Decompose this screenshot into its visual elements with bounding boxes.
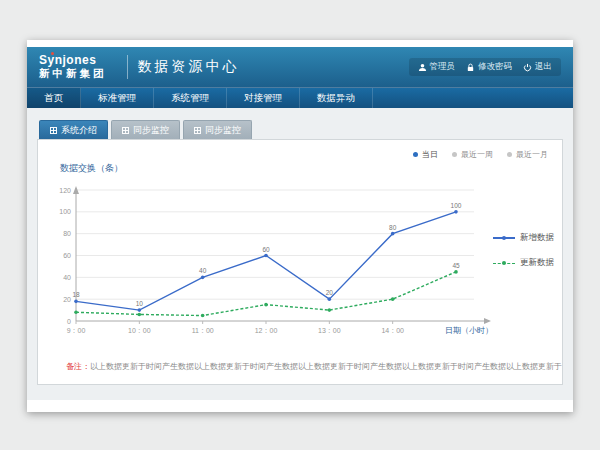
header-actions: 管理员 修改密码 退出: [409, 58, 562, 76]
series-name: 新增数据: [520, 232, 554, 244]
nav-item-standard-management[interactable]: 标准管理: [81, 88, 154, 108]
filter-today[interactable]: 当日: [413, 149, 438, 160]
lock-icon: [466, 63, 475, 72]
tab-label: 系统介绍: [61, 124, 97, 137]
filter-last-month[interactable]: 最近一月: [507, 149, 548, 160]
svg-text:100: 100: [59, 208, 71, 215]
admin-user-button[interactable]: 管理员: [418, 61, 456, 73]
footnote: 备注：以上数据更新于时间产生数据以上数据更新于时间产生数据以上数据更新于时间产生…: [66, 361, 562, 372]
time-range-filters: 当日 最近一周 最近一月: [413, 149, 548, 160]
footnote-text: 以上数据更新于时间产生数据以上数据更新于时间产生数据以上数据更新于时间产生数据以…: [90, 362, 562, 371]
logo-text: Synjones: [39, 54, 107, 67]
svg-text:0: 0: [67, 318, 71, 325]
svg-text:10：00: 10：00: [128, 327, 151, 334]
nav-item-label: 数据异动: [317, 92, 355, 105]
tab-label: 同步监控: [205, 124, 241, 137]
nav-item-connection-management[interactable]: 对接管理: [227, 88, 300, 108]
y-axis-title: 数据交换（条）: [60, 162, 123, 175]
nav-item-label: 对接管理: [244, 92, 282, 105]
change-password-button[interactable]: 修改密码: [466, 61, 512, 73]
filter-label: 最近一周: [461, 149, 493, 160]
power-icon: [523, 63, 532, 72]
svg-text:10: 10: [136, 300, 144, 307]
svg-text:45: 45: [452, 262, 460, 269]
app-window: Synjones 新中新集团 数据资源中心 管理员 修改密码 退出 首页 标准管…: [27, 40, 573, 412]
content-area: 系统介绍 同步监控 同步监控 当日 最近一周: [27, 108, 573, 400]
svg-text:40: 40: [63, 274, 71, 281]
chart-panel: 当日 最近一周 最近一月 数据交换（条） 0204060801001209：00…: [37, 139, 563, 385]
svg-text:20: 20: [326, 289, 334, 296]
dashed-line-swatch: [493, 263, 515, 264]
admin-user-label: 管理员: [430, 61, 456, 73]
svg-text:100: 100: [451, 202, 462, 209]
logout-label: 退出: [535, 61, 552, 73]
footnote-label: 备注：: [66, 362, 90, 371]
series-legend: 新增数据 更新数据: [493, 232, 554, 282]
filter-last-week[interactable]: 最近一周: [452, 149, 493, 160]
svg-text:11：00: 11：00: [192, 327, 214, 334]
nav-item-system-management[interactable]: 系统管理: [154, 88, 227, 108]
series-name: 更新数据: [520, 257, 554, 269]
legend-dot: [452, 152, 457, 157]
legend-dot: [413, 152, 418, 157]
logout-button[interactable]: 退出: [523, 61, 552, 73]
app-header: Synjones 新中新集团 数据资源中心 管理员 修改密码 退出: [27, 47, 573, 87]
logo-red-dot: [51, 52, 54, 55]
tab-system-intro[interactable]: 系统介绍: [39, 120, 108, 139]
nav-item-home[interactable]: 首页: [27, 88, 81, 108]
svg-text:80: 80: [389, 224, 397, 231]
svg-text:60: 60: [262, 246, 270, 253]
line-chart: 0204060801001209：0010：0011：0012：0013：001…: [46, 178, 496, 343]
solid-line-swatch: [493, 237, 515, 239]
change-password-label: 修改密码: [478, 61, 512, 73]
company-logo: Synjones 新中新集团: [39, 54, 107, 80]
tab-bar: 系统介绍 同步监控 同步监控: [39, 120, 563, 139]
legend-item-new-data[interactable]: 新增数据: [493, 232, 554, 244]
nav-item-label: 标准管理: [98, 92, 136, 105]
tab-sync-monitor-2[interactable]: 同步监控: [183, 120, 252, 139]
logo-subtext: 新中新集团: [39, 67, 107, 80]
user-icon: [418, 63, 427, 72]
tab-sync-monitor-1[interactable]: 同步监控: [111, 120, 180, 139]
header-divider: [127, 55, 128, 79]
svg-text:120: 120: [59, 187, 71, 194]
app-title: 数据资源中心: [138, 58, 240, 76]
main-nav: 首页 标准管理 系统管理 对接管理 数据异动: [27, 87, 573, 108]
svg-text:14：00: 14：00: [381, 327, 404, 334]
filter-label: 最近一月: [516, 149, 548, 160]
nav-item-data-change[interactable]: 数据异动: [300, 88, 373, 108]
svg-text:18: 18: [72, 291, 80, 298]
grid-icon: [194, 127, 201, 134]
svg-text:40: 40: [199, 267, 207, 274]
svg-text:20: 20: [63, 296, 71, 303]
svg-text:日期（小时）: 日期（小时）: [445, 326, 493, 335]
filter-label: 当日: [422, 149, 438, 160]
svg-text:60: 60: [63, 252, 71, 259]
grid-icon: [50, 127, 57, 134]
svg-text:12：00: 12：00: [255, 327, 278, 334]
svg-text:9：00: 9：00: [67, 327, 86, 334]
tab-label: 同步监控: [133, 124, 169, 137]
svg-text:13：00: 13：00: [318, 327, 341, 334]
legend-dot: [507, 152, 512, 157]
svg-text:80: 80: [63, 230, 71, 237]
legend-item-updated-data[interactable]: 更新数据: [493, 257, 554, 269]
nav-item-label: 首页: [44, 92, 63, 105]
nav-item-label: 系统管理: [171, 92, 209, 105]
grid-icon: [122, 127, 129, 134]
